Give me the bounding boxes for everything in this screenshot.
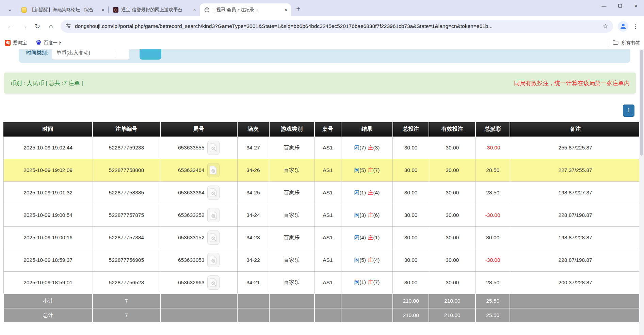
cell-total-bet-link[interactable]: 30.00 — [393, 159, 429, 181]
tab-haiyan-forum[interactable]: 【新提醒】海燕策略论坛 - 综合 × — [17, 3, 108, 16]
result-player: 闲 — [354, 190, 359, 195]
tab-search-icon[interactable]: ⌄ — [4, 3, 16, 15]
profile-avatar-icon[interactable] — [618, 21, 628, 32]
col-table-no: 桌号 — [315, 122, 341, 137]
maximize-button[interactable] — [612, 0, 628, 12]
pagination-page-1[interactable]: 1 — [623, 105, 634, 117]
result-player: 闲 — [354, 167, 359, 173]
round-number: 653633464 — [178, 167, 205, 173]
video-replay-icon[interactable] — [207, 275, 220, 290]
url-text[interactable]: dongshouji.com/ipl/portal.php/game/betre… — [75, 23, 599, 29]
back-icon[interactable]: ← — [4, 20, 16, 32]
cell-time: 2025-10-09 18:59:37 — [3, 249, 93, 271]
cell-result: 闲(1)庄(4) — [341, 181, 393, 204]
cell-note: 228.87/198.87 — [510, 249, 641, 271]
bookmark-baidu[interactable]: 百度一下 — [36, 39, 62, 46]
cell-valid-bet: 30.00 — [429, 249, 476, 271]
filter-select[interactable]: 单币(出入变动) — [52, 49, 129, 60]
cell-total-bet-link[interactable]: 30.00 — [393, 271, 429, 294]
cell-total-bet-link[interactable]: 30.00 — [393, 204, 429, 226]
table-row: 2025-10-09 18:59:37 522877756905 6536330… — [3, 249, 641, 271]
col-game-type: 游戏类别 — [269, 122, 315, 137]
tab-bet-records-active[interactable]: :::视讯 会员下注纪录::: × — [200, 3, 291, 16]
col-note: 备注 — [510, 122, 641, 137]
col-round: 局号 — [160, 122, 238, 137]
video-replay-icon[interactable] — [207, 163, 220, 177]
bookmark-star-icon[interactable]: ☆ — [602, 22, 608, 30]
cell-valid-bet: 30.00 — [429, 204, 476, 226]
video-replay-icon[interactable] — [207, 230, 220, 245]
result-player: 闲 — [354, 279, 359, 285]
cell-game-type: 百家乐 — [269, 181, 315, 204]
window-close-button[interactable]: × — [628, 0, 644, 12]
cell-valid-bet: 30.00 — [429, 137, 476, 159]
new-tab-button[interactable]: + — [293, 4, 303, 14]
cell-payout: -30.00 — [476, 204, 510, 226]
round-number: 653632963 — [178, 280, 205, 286]
result-banker: 庄 — [368, 145, 373, 150]
close-icon[interactable]: × — [100, 7, 106, 13]
video-replay-icon[interactable] — [207, 141, 220, 155]
cell-session: 34-26 — [237, 159, 269, 181]
cell-total-bet-link[interactable]: 30.00 — [393, 181, 429, 204]
subtotal-label: 小计 — [3, 294, 93, 308]
cell-note: 198.87/227.37 — [510, 181, 641, 204]
baidu-paw-icon — [36, 39, 42, 46]
video-replay-icon[interactable] — [207, 253, 220, 267]
search-button[interactable] — [140, 49, 161, 60]
cell-payout: 28.50 — [476, 271, 510, 294]
bet-records-table: 时间 注单编号 局号 场次 游戏类别 桌号 结果 总投注 有效投注 总派彩 备注… — [3, 122, 641, 323]
cell-time: 2025-10-09 18:59:01 — [3, 271, 93, 294]
cell-table-no: AS1 — [315, 249, 341, 271]
cell-round: 653633464 — [160, 159, 238, 181]
filter-select-value: 单币(出入变动) — [56, 50, 90, 56]
tab1-favicon — [21, 7, 27, 13]
table-row: 2025-10-09 19:02:44 522877759233 6536335… — [3, 137, 641, 159]
bookmark-taobao[interactable]: 淘 爱淘宝 — [5, 40, 27, 46]
browser-menu-icon[interactable]: ⋮ — [631, 22, 640, 30]
cell-total-bet-link[interactable]: 30.00 — [393, 226, 429, 249]
col-valid-bet: 有效投注 — [429, 122, 476, 137]
cell-total-bet-link[interactable]: 30.00 — [393, 249, 429, 271]
tab-tongbao[interactable]: 通宝-信誉最好的网上游戏平台 × — [109, 3, 200, 16]
round-number: 653633252 — [178, 212, 205, 218]
all-bookmarks-button[interactable]: 所有书签 — [608, 39, 641, 47]
vertical-scrollbar[interactable] — [639, 49, 644, 335]
site-settings-icon[interactable] — [65, 23, 71, 30]
col-total-bet: 总投注 — [393, 122, 429, 137]
cell-note: 255.87/225.87 — [510, 137, 641, 159]
video-replay-icon[interactable] — [207, 186, 220, 200]
tab-title: :::视讯 会员下注纪录::: — [212, 7, 280, 13]
cell-bet-id: 522877756523 — [93, 271, 160, 294]
cell-valid-bet: 30.00 — [429, 271, 476, 294]
page-content: 时间类别: 单币(出入变动) 币别 : 人民币 | 总共 :7 注单 | 同局有… — [0, 49, 644, 335]
cell-game-type: 百家乐 — [269, 226, 315, 249]
total-count: 7 — [93, 308, 160, 322]
cell-result: 闲(4)庄(1) — [341, 226, 393, 249]
table-row: 2025-10-09 19:00:16 522877757384 6536331… — [3, 226, 641, 249]
result-banker: 庄 — [368, 190, 373, 195]
cell-round: 653633555 — [160, 137, 238, 159]
scrollbar-thumb[interactable] — [640, 50, 643, 156]
address-bar[interactable]: dongshouji.com/ipl/portal.php/game/betre… — [61, 20, 613, 33]
table-header-row: 时间 注单编号 局号 场次 游戏类别 桌号 结果 总投注 有效投注 总派彩 备注 — [3, 122, 641, 137]
minimize-button[interactable]: — — [596, 0, 612, 12]
table-row: 2025-10-09 19:00:54 522877757875 6536332… — [3, 204, 641, 226]
cell-time: 2025-10-09 19:01:32 — [3, 181, 93, 204]
refresh-icon[interactable]: ↻ — [31, 20, 44, 32]
close-icon[interactable]: × — [283, 7, 289, 13]
result-banker: 庄 — [368, 167, 373, 173]
video-replay-icon[interactable] — [207, 208, 220, 222]
taobao-icon: 淘 — [5, 40, 11, 46]
forward-icon[interactable]: → — [18, 20, 30, 32]
col-time: 时间 — [3, 122, 93, 137]
home-icon[interactable]: ⌂ — [45, 20, 57, 32]
result-player: 闲 — [354, 257, 359, 263]
close-icon[interactable]: × — [191, 7, 198, 13]
total-payout: 25.50 — [476, 308, 510, 322]
globe-icon — [204, 7, 210, 13]
cell-total-bet-link[interactable]: 30.00 — [393, 137, 429, 159]
cell-session: 34-27 — [237, 137, 269, 159]
bookmarks-bar: 淘 爱淘宝 百度一下 所有书签 — [0, 36, 644, 49]
cell-bet-id: 522877756905 — [93, 249, 160, 271]
